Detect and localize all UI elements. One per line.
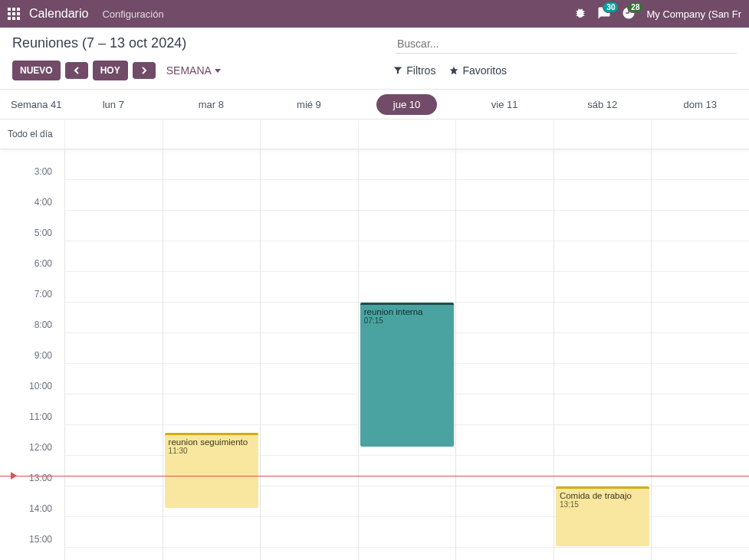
event-title: reunion interna <box>364 307 451 316</box>
activity-badge: 28 <box>627 2 643 13</box>
messaging-icon[interactable]: 30 <box>597 6 611 22</box>
prev-button[interactable] <box>65 62 88 79</box>
hour-label: 9:00 <box>0 350 64 381</box>
day-header[interactable]: sáb 12 <box>554 99 652 110</box>
hour-label: 6:00 <box>0 258 64 289</box>
messaging-badge: 30 <box>603 2 619 13</box>
day-header[interactable]: mar 8 <box>163 99 261 110</box>
calendar-event[interactable]: reunion seguimiento11:30 <box>165 433 259 508</box>
event-time: 11:30 <box>169 447 255 455</box>
event-title: Comida de trabajo <box>560 491 646 500</box>
event-time: 13:15 <box>560 500 646 509</box>
day-header[interactable]: mié 9 <box>260 99 358 110</box>
day-column[interactable] <box>455 149 554 560</box>
new-button[interactable]: NUEVO <box>12 61 61 80</box>
day-column[interactable]: reunion interna07:15 <box>358 149 456 560</box>
day-header[interactable]: lun 7 <box>64 99 163 110</box>
allday-label: Todo el día <box>0 120 64 149</box>
hour-label: 8:00 <box>0 319 64 350</box>
week-number: Semana 41 <box>0 99 64 110</box>
now-marker-icon <box>11 472 17 480</box>
topbar: Calendario Configuración 30 28 My Compan… <box>0 0 749 28</box>
day-header[interactable]: dom 13 <box>651 99 749 110</box>
today-button[interactable]: HOY <box>93 61 128 80</box>
hour-label: 4:00 <box>0 197 64 228</box>
debug-icon[interactable] <box>574 7 586 21</box>
hour-label: 5:00 <box>0 228 64 258</box>
company-selector[interactable]: My Company (San Fr <box>646 8 741 20</box>
app-name[interactable]: Calendario <box>29 7 88 21</box>
allday-cell[interactable] <box>651 120 749 149</box>
day-column[interactable] <box>64 149 163 560</box>
funnel-icon <box>393 66 402 75</box>
calendar-event[interactable]: reunion interna07:15 <box>360 303 455 447</box>
day-column[interactable] <box>651 149 749 560</box>
allday-row: Todo el día <box>0 119 749 149</box>
allday-cell[interactable] <box>554 120 652 149</box>
search-input[interactable] <box>396 34 737 54</box>
day-header-today: jue 10 <box>376 94 437 115</box>
caret-down-icon <box>215 69 221 73</box>
apps-icon[interactable] <box>8 8 20 20</box>
menu-config[interactable]: Configuración <box>102 8 163 20</box>
toolbar: NUEVO HOY SEMANA Filtros Favoritos <box>0 54 749 89</box>
hour-label: 13:00 <box>0 473 64 503</box>
control-bar: Reuniones (7 – 13 oct 2024) <box>0 28 749 54</box>
event-title: reunion seguimiento <box>169 437 255 447</box>
hour-label: 3:00 <box>0 166 64 197</box>
hour-label: 14:00 <box>0 503 64 534</box>
chevron-left-icon <box>73 67 80 74</box>
filters-button[interactable]: Filtros <box>393 64 435 77</box>
scale-dropdown[interactable]: SEMANA <box>160 60 227 81</box>
calendar: Semana 41 lun 7mar 8mié 9jue 10vie 11sáb… <box>0 89 749 560</box>
day-header[interactable]: vie 11 <box>455 99 554 110</box>
event-time: 07:15 <box>364 316 451 325</box>
favorites-button[interactable]: Favoritos <box>449 64 507 77</box>
calendar-event[interactable]: Comida de trabajo13:15 <box>556 486 650 546</box>
allday-cell[interactable] <box>64 120 163 149</box>
week-header: Semana 41 lun 7mar 8mié 9jue 10vie 11sáb… <box>0 90 749 119</box>
hour-label: 10:00 <box>0 381 64 411</box>
now-indicator <box>0 476 749 476</box>
day-column[interactable] <box>260 149 358 560</box>
day-column[interactable]: reunion seguimiento11:30 <box>163 149 261 560</box>
scale-label: SEMANA <box>166 64 212 77</box>
hour-label: 15:00 <box>0 534 64 560</box>
next-button[interactable] <box>133 62 156 79</box>
hour-label: 11:00 <box>0 411 64 442</box>
activity-icon[interactable]: 28 <box>622 6 636 22</box>
day-column[interactable]: Comida de trabajo13:15 <box>554 149 652 560</box>
time-grid[interactable]: 3:004:005:006:007:008:009:0010:0011:0012… <box>0 149 749 560</box>
star-icon <box>449 66 458 75</box>
allday-cell[interactable] <box>163 120 261 149</box>
allday-cell[interactable] <box>455 120 554 149</box>
hour-label: 7:00 <box>0 289 64 319</box>
hour-label: 12:00 <box>0 442 64 473</box>
allday-cell[interactable] <box>358 120 456 149</box>
allday-cell[interactable] <box>260 120 358 149</box>
day-header[interactable]: jue 10 <box>358 94 456 115</box>
chevron-right-icon <box>140 67 148 74</box>
